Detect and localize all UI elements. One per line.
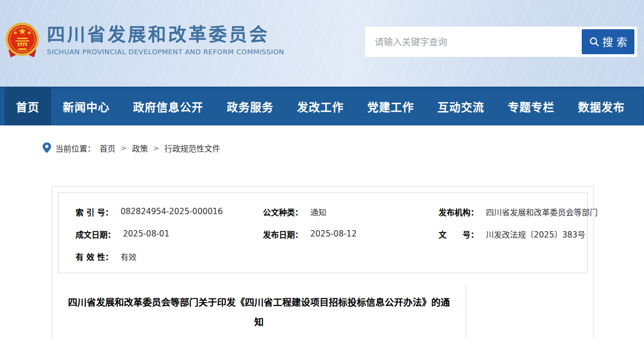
brand-text: 四川省发展和改革委员会 SICHUAN PROVINCIAL DEVELOPME… [47, 20, 284, 56]
meta-document-type: 公文种类： 通知 [246, 200, 422, 223]
meta-value: 有效 [120, 251, 136, 262]
document-title: 四川省发展和改革委员会等部门关于印发《四川省工程建设项目招标投标信息公开办法》的… [67, 293, 451, 332]
meta-value: 四川省发展和改革委员会等部门 [486, 206, 598, 217]
meta-index-number: 索 引 号： 082824954-2025-000016 [59, 200, 246, 223]
meta-value: 通知 [310, 206, 326, 217]
nav-item-home[interactable]: 首页 [4, 87, 51, 125]
meta-issuing-agency: 发布机构： 四川省发展和改革委员会等部门 [422, 200, 598, 223]
page: 四川省发展和改革委员会 SICHUAN PROVINCIAL DEVELOPME… [0, 0, 644, 338]
site-brand: 四川省发展和改革委员会 SICHUAN PROVINCIAL DEVELOPME… [5, 20, 284, 62]
document-main-column: 四川省发展和改革委员会等部门关于印发《四川省工程建设项目招标投标信息公开办法》的… [52, 279, 466, 338]
meta-label: 文 号： [439, 229, 478, 240]
document-body: 四川省发展和改革委员会等部门关于印发《四川省工程建设项目招标投标信息公开办法》的… [52, 279, 593, 338]
search-button[interactable]: 搜 索 [582, 29, 634, 54]
meta-written-date: 成文日期： 2025-08-01 [59, 223, 246, 245]
search-input[interactable] [365, 27, 582, 57]
meta-empty-cell [422, 245, 598, 267]
meta-value: 2025-08-12 [310, 229, 357, 239]
meta-value: 川发改法规〔2025〕383号 [486, 229, 585, 240]
search-button-label: 搜 索 [602, 34, 627, 49]
document-meta-box: 索 引 号： 082824954-2025-000016 公文种类： 通知 发布… [58, 192, 588, 273]
location-pin-icon [43, 142, 51, 153]
search-icon [589, 37, 599, 47]
nav-item-interaction[interactable]: 互动交流 [426, 87, 496, 125]
meta-value: 082824954-2025-000016 [120, 207, 222, 216]
breadcrumb: 当前位置： 首页 > 政策 > 行政规范性文件 [0, 125, 644, 157]
meta-validity: 有 效 性： 有效 [59, 245, 246, 267]
nav-item-news[interactable]: 新闻中心 [51, 87, 121, 125]
national-emblem-logo [5, 20, 39, 62]
search-box: 搜 索 [365, 27, 637, 57]
nav-item-party-building[interactable]: 党建工作 [356, 87, 426, 125]
nav-item-gov-info[interactable]: 政府信息公开 [121, 87, 215, 125]
meta-value: 2025-08-01 [123, 229, 169, 239]
nav-item-ndrc-work[interactable]: 发改工作 [285, 87, 356, 125]
meta-label: 索 引 号： [76, 206, 113, 217]
nav-item-services[interactable]: 政务服务 [215, 87, 285, 125]
meta-label: 有 效 性： [76, 251, 113, 262]
site-title: 四川省发展和改革委员会 [47, 24, 284, 45]
document-side-column [466, 284, 593, 338]
document-card: 索 引 号： 082824954-2025-000016 公文种类： 通知 发布… [52, 186, 594, 338]
breadcrumb-label: 当前位置： [55, 142, 95, 154]
document-meta-grid: 索 引 号： 082824954-2025-000016 公文种类： 通知 发布… [59, 200, 587, 267]
meta-document-number: 文 号： 川发改法规〔2025〕383号 [422, 223, 598, 245]
nav-item-data-release[interactable]: 数据发布 [566, 87, 637, 125]
main-nav: 首页 新闻中心 政府信息公开 政务服务 发改工作 党建工作 互动交流 专题专栏 … [0, 87, 644, 125]
meta-label: 公文种类： [263, 206, 303, 217]
breadcrumb-separator: > [152, 144, 160, 152]
breadcrumb-link-policy[interactable]: 政策 [132, 142, 148, 154]
nav-item-special-topics[interactable]: 专题专栏 [496, 87, 566, 125]
site-title-en: SICHUAN PROVINCIAL DEVELOPMENT AND REFOR… [47, 48, 284, 56]
site-header: 四川省发展和改革委员会 SICHUAN PROVINCIAL DEVELOPME… [0, 0, 644, 87]
breadcrumb-link-regulatory-docs[interactable]: 行政规范性文件 [164, 142, 220, 154]
breadcrumb-separator: > [120, 144, 128, 152]
meta-empty-cell [246, 245, 422, 267]
meta-publish-date: 发布日期： 2025-08-12 [246, 223, 422, 245]
meta-label: 发布日期： [263, 229, 303, 240]
meta-label: 成文日期： [76, 229, 115, 240]
meta-label: 发布机构： [439, 206, 478, 217]
breadcrumb-link-home[interactable]: 首页 [100, 142, 115, 154]
